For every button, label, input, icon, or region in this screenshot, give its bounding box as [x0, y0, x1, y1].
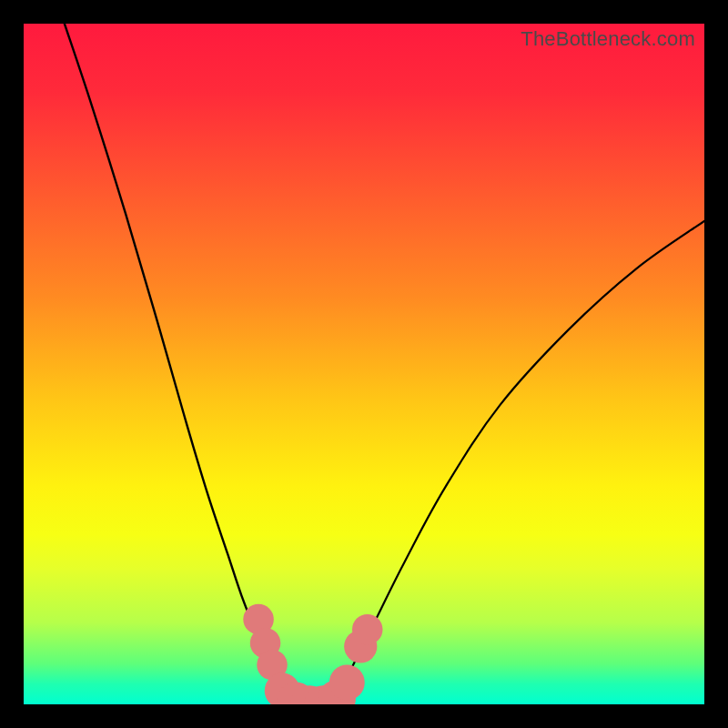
marker-point	[329, 665, 365, 701]
marker-point	[352, 614, 383, 645]
chart-frame: TheBottleneck.com	[0, 0, 728, 728]
left-curve	[65, 24, 303, 704]
right-curve	[330, 221, 704, 704]
marker-layer	[243, 604, 382, 704]
curve-layer	[65, 24, 704, 704]
plot-area: TheBottleneck.com	[24, 24, 704, 704]
chart-svg	[24, 24, 704, 704]
